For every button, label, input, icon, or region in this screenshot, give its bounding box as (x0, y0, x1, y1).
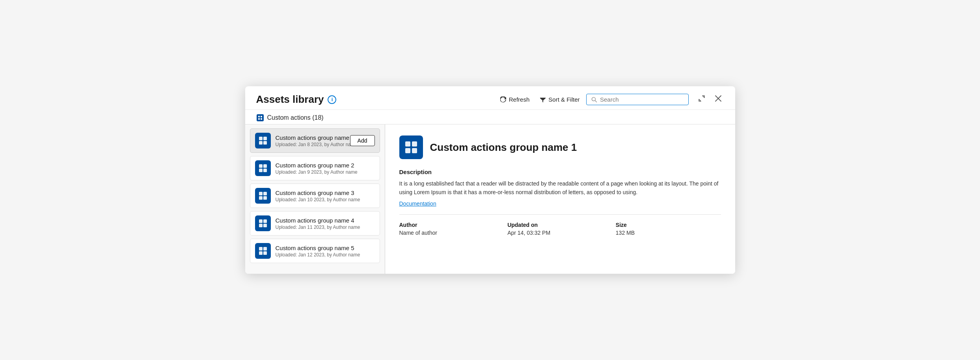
refresh-icon (500, 96, 507, 103)
custom-actions-icon (256, 114, 264, 122)
custom-action-icon (258, 219, 268, 228)
sort-filter-label: Sort & Filter (548, 96, 579, 103)
custom-action-icon (258, 163, 268, 173)
svg-rect-26 (263, 247, 267, 251)
updated-value: Apr 14, 03:32 PM (507, 230, 613, 236)
item-icon (255, 188, 271, 204)
list-item[interactable]: Custom actions group name 3 Uploaded: Ja… (250, 184, 380, 208)
detail-divider (399, 214, 721, 215)
size-col: Size 132 MB (616, 222, 721, 236)
modal-title: Assets library (256, 93, 324, 106)
svg-rect-13 (259, 164, 263, 168)
add-button[interactable]: Add (350, 135, 375, 146)
custom-action-icon (258, 191, 268, 200)
detail-panel: Custom actions group name 1 Description … (385, 124, 735, 274)
item-icon (255, 243, 271, 259)
refresh-label: Refresh (509, 96, 530, 103)
list-item[interactable]: Custom actions group name 1 Uploaded: Ja… (250, 128, 380, 153)
item-name: Custom actions group name 5 (276, 245, 375, 251)
item-icon (255, 215, 271, 231)
item-name: Custom actions group name 2 (276, 162, 375, 169)
svg-rect-17 (259, 192, 263, 195)
custom-action-icon (258, 136, 268, 145)
svg-rect-28 (263, 251, 267, 255)
sort-filter-button[interactable]: Sort & Filter (536, 94, 583, 105)
svg-rect-9 (259, 137, 263, 140)
size-label: Size (616, 222, 721, 228)
svg-rect-19 (259, 196, 263, 200)
list-item[interactable]: Custom actions group name 4 Uploaded: Ja… (250, 211, 380, 236)
size-value: 132 MB (616, 230, 721, 236)
item-info: Custom actions group name 4 Uploaded: Ja… (276, 217, 375, 230)
detail-title: Custom actions group name 1 (430, 141, 577, 154)
custom-actions-label: Custom actions (18) (256, 114, 324, 122)
svg-rect-31 (405, 148, 410, 153)
svg-rect-23 (259, 224, 263, 227)
detail-meta-grid: Author Name of author Updated on Apr 14,… (399, 222, 721, 236)
svg-rect-22 (263, 219, 267, 223)
author-value: Name of author (399, 230, 505, 236)
svg-rect-6 (261, 116, 262, 117)
svg-rect-11 (259, 141, 263, 145)
svg-rect-27 (259, 251, 263, 255)
custom-actions-count: Custom actions (18) (267, 114, 324, 121)
item-icon (255, 160, 271, 176)
svg-rect-14 (263, 164, 267, 168)
item-meta: Uploaded: Jan 12 2023, by Author name (276, 252, 375, 258)
description-text: It is a long established fact that a rea… (399, 179, 721, 197)
svg-rect-24 (263, 224, 267, 227)
search-icon (591, 96, 597, 103)
close-button[interactable] (712, 94, 724, 105)
item-info: Custom actions group name 2 Uploaded: Ja… (276, 162, 375, 175)
item-meta: Uploaded: Jan 11 2023, by Author name (276, 225, 375, 230)
item-icon (255, 133, 271, 148)
expand-icon (698, 95, 705, 102)
updated-label: Updated on (507, 222, 613, 228)
author-label: Author (399, 222, 505, 228)
item-info: Custom actions group name 5 Uploaded: Ja… (276, 245, 375, 258)
filter-icon (540, 96, 546, 103)
svg-rect-10 (263, 137, 267, 140)
item-info: Custom actions group name 3 Uploaded: Ja… (276, 189, 375, 202)
svg-rect-15 (259, 169, 263, 172)
refresh-button[interactable]: Refresh (496, 94, 534, 105)
assets-library-modal: Assets library i Refresh Sort & Filte (245, 86, 735, 274)
custom-action-icon (258, 246, 268, 256)
svg-rect-8 (261, 118, 262, 120)
updated-col: Updated on Apr 14, 03:32 PM (507, 222, 613, 236)
subheader: Custom actions (18) (245, 110, 735, 124)
svg-rect-16 (263, 169, 267, 172)
svg-rect-32 (412, 148, 417, 153)
list-item[interactable]: Custom actions group name 2 Uploaded: Ja… (250, 156, 380, 180)
author-col: Author Name of author (399, 222, 505, 236)
detail-icon (399, 135, 423, 159)
svg-rect-25 (259, 247, 263, 251)
svg-rect-21 (259, 219, 263, 223)
item-meta: Uploaded: Jan 9 2023, by Author name (276, 169, 375, 175)
expand-button[interactable] (696, 94, 708, 105)
search-box (586, 94, 689, 105)
item-name: Custom actions group name 3 (276, 189, 375, 196)
svg-rect-12 (263, 141, 267, 145)
svg-rect-18 (263, 192, 267, 195)
svg-rect-7 (258, 118, 260, 120)
close-icon (715, 95, 722, 102)
svg-rect-4 (257, 114, 264, 121)
window-controls (696, 94, 724, 105)
svg-rect-20 (263, 196, 267, 200)
search-input[interactable] (600, 96, 684, 103)
main-content: Custom actions group name 1 Uploaded: Ja… (245, 124, 735, 274)
svg-rect-5 (258, 116, 260, 117)
svg-line-1 (595, 100, 596, 102)
detail-icon-svg (404, 140, 418, 154)
item-name: Custom actions group name 4 (276, 217, 375, 224)
description-heading: Description (399, 169, 721, 175)
list-item[interactable]: Custom actions group name 5 Uploaded: Ja… (250, 239, 380, 263)
detail-header: Custom actions group name 1 (399, 135, 721, 159)
documentation-link[interactable]: Documentation (399, 200, 436, 207)
svg-rect-30 (412, 141, 417, 147)
item-meta: Uploaded: Jan 10 2023, by Author name (276, 197, 375, 202)
svg-rect-29 (405, 141, 410, 147)
info-icon[interactable]: i (328, 95, 336, 104)
title-area: Assets library i (256, 93, 337, 106)
